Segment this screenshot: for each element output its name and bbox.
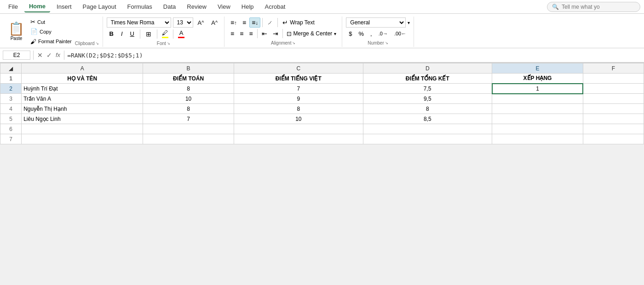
font-expand-icon[interactable]: ↘ <box>167 41 170 46</box>
cell-a6[interactable] <box>22 124 143 134</box>
cell-a3[interactable]: Trần Văn A <box>22 94 143 104</box>
bottom-align-button[interactable]: ≡↓ <box>249 17 260 28</box>
cell-c5[interactable]: 10 <box>234 114 363 124</box>
top-align-button[interactable]: ≡↑ <box>228 17 239 28</box>
alignment-expand-icon[interactable]: ↘ <box>292 41 295 45</box>
middle-align-button[interactable]: ≡ <box>240 17 248 28</box>
cell-f3[interactable] <box>583 94 644 104</box>
menu-home[interactable]: Home <box>24 1 50 12</box>
col-header-d[interactable]: D <box>363 63 492 74</box>
merge-dropdown-icon[interactable]: ▾ <box>334 31 336 36</box>
cell-d6[interactable] <box>363 124 492 134</box>
highlight-color-button[interactable]: 🖊 <box>160 28 170 39</box>
search-input[interactable] <box>562 4 635 10</box>
formula-input[interactable] <box>67 52 641 59</box>
col-header-a[interactable]: A <box>22 63 143 74</box>
cell-f7[interactable] <box>583 134 644 144</box>
menu-help[interactable]: Help <box>237 1 259 12</box>
number-expand-icon[interactable]: ↘ <box>385 41 388 45</box>
wrap-text-button[interactable]: ↵ Wrap Text <box>280 18 317 27</box>
menu-page-layout[interactable]: Page Layout <box>78 1 121 12</box>
cell-e4[interactable] <box>492 104 583 114</box>
menu-insert[interactable]: Insert <box>52 1 76 12</box>
cell-b4[interactable]: 8 <box>143 104 234 114</box>
cell-f2[interactable] <box>583 84 644 94</box>
cell-b5[interactable]: 7 <box>143 114 234 124</box>
cell-f1[interactable] <box>583 74 644 84</box>
cell-d5[interactable]: 8,5 <box>363 114 492 124</box>
cell-e3[interactable] <box>492 94 583 104</box>
confirm-formula-icon[interactable]: ✓ <box>46 51 53 60</box>
align-center-button[interactable]: ≡ <box>237 28 246 39</box>
cell-f5[interactable] <box>583 114 644 124</box>
cell-c6[interactable] <box>234 124 363 134</box>
cut-button[interactable]: ✂ Cut <box>29 18 73 26</box>
align-right-button[interactable]: ≡ <box>247 28 255 39</box>
menu-data[interactable]: Data <box>159 1 180 12</box>
underline-button[interactable]: U <box>127 29 137 39</box>
menu-review[interactable]: Review <box>182 1 211 12</box>
col-header-b[interactable]: B <box>143 63 234 74</box>
cell-a2[interactable]: Huỳnh Trí Đạt <box>22 84 143 94</box>
function-wizard-icon[interactable]: fx <box>55 51 61 60</box>
col-header-f[interactable]: F <box>583 63 644 74</box>
col-header-e[interactable]: E <box>492 63 583 74</box>
cell-c1[interactable]: ĐIỂM TIẾNG VIỆT <box>234 74 363 84</box>
merge-center-button[interactable]: ⊡ Merge & Center ▾ <box>285 29 339 38</box>
cell-d4[interactable]: 8 <box>363 104 492 114</box>
font-size-select[interactable]: 13 <box>173 17 193 28</box>
menu-formulas[interactable]: Formulas <box>123 1 157 12</box>
cell-d1[interactable]: ĐIỂM TỔNG KẾT <box>363 74 492 84</box>
decrease-decimal-button[interactable]: .0→ <box>376 28 391 39</box>
bold-button[interactable]: B <box>107 29 116 39</box>
cell-b7[interactable] <box>143 134 234 144</box>
cell-e6[interactable] <box>492 124 583 134</box>
cell-d3[interactable]: 9,5 <box>363 94 492 104</box>
font-name-select[interactable]: Times New Roma <box>107 17 171 28</box>
increase-decimal-button[interactable]: .00← <box>391 28 409 39</box>
search-box[interactable]: 🔍 <box>547 2 640 12</box>
cancel-formula-icon[interactable]: ✕ <box>36 51 44 60</box>
menu-view[interactable]: View <box>213 1 235 12</box>
cell-e7[interactable] <box>492 134 583 144</box>
cell-a7[interactable] <box>22 134 143 144</box>
cell-b6[interactable] <box>143 124 234 134</box>
angle-text-button[interactable]: ⟋ <box>264 17 276 28</box>
cell-e2[interactable]: 1 <box>492 84 583 94</box>
cell-f4[interactable] <box>583 104 644 114</box>
cell-b3[interactable]: 10 <box>143 94 234 104</box>
cell-b1[interactable]: ĐIỂM TOÁN <box>143 74 234 84</box>
cell-a1[interactable]: HỌ VÀ TÊN <box>22 74 143 84</box>
clipboard-expand-icon[interactable]: ↘ <box>96 41 99 46</box>
menu-acrobat[interactable]: Acrobat <box>260 1 290 12</box>
italic-button[interactable]: I <box>118 29 126 39</box>
paste-button[interactable]: 📋 Paste <box>6 17 27 46</box>
number-format-select[interactable]: General <box>346 17 406 28</box>
cell-b2[interactable]: 8 <box>143 84 234 94</box>
decrease-font-size-button[interactable]: A^ <box>208 17 220 28</box>
currency-button[interactable]: $ <box>346 28 355 39</box>
cell-e1[interactable]: XẾP HẠNG <box>492 74 583 84</box>
cell-e5[interactable] <box>492 114 583 124</box>
number-format-expand-icon[interactable]: ▾ <box>408 20 410 25</box>
cell-c3[interactable]: 9 <box>234 94 363 104</box>
cell-c2[interactable]: 7 <box>234 84 363 94</box>
format-painter-button[interactable]: 🖌 Format Painter <box>29 38 73 46</box>
copy-button[interactable]: 📄 Copy <box>29 28 73 35</box>
cell-a5[interactable]: Liêu Ngọc Linh <box>22 114 143 124</box>
cell-d7[interactable] <box>363 134 492 144</box>
increase-indent-button[interactable]: ⇥ <box>270 28 281 39</box>
col-header-c[interactable]: C <box>234 63 363 74</box>
comma-button[interactable]: , <box>368 28 375 39</box>
align-left-button[interactable]: ≡ <box>228 28 236 39</box>
cell-reference-box[interactable]: E2 <box>3 51 30 60</box>
cell-a4[interactable]: Nguyễn Thị Hạnh <box>22 104 143 114</box>
cell-c4[interactable]: 8 <box>234 104 363 114</box>
cell-f6[interactable] <box>583 124 644 134</box>
font-color-button[interactable]: A <box>176 28 186 39</box>
cell-d2[interactable]: 7,5 <box>363 84 492 94</box>
menu-file[interactable]: File <box>4 1 23 12</box>
decrease-indent-button[interactable]: ⇤ <box>259 28 270 39</box>
increase-font-size-button[interactable]: A^ <box>195 17 207 28</box>
percent-button[interactable]: % <box>356 28 367 39</box>
